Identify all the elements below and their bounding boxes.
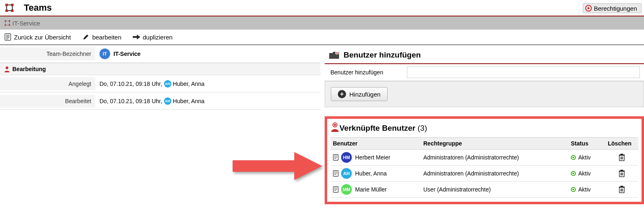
editor-avatar: AH <box>164 97 171 105</box>
plus-icon: + <box>338 90 346 98</box>
user-avatar: MM <box>341 184 352 195</box>
table-row: HMHerbert MeierAdministratoren (Administ… <box>330 150 638 166</box>
right-panel: Benutzer hinzufügen Benutzer hinzufügen … <box>321 45 644 204</box>
linked-users-panel: Verknüpfte Benutzer (3) Benutzer Rechteg… <box>325 116 644 204</box>
add-user-title: Benutzer hinzufügen <box>344 51 421 60</box>
linked-users-table: Benutzer Rechtegruppe Status Löschen HMH… <box>330 137 638 198</box>
trash-icon <box>619 170 625 177</box>
svg-rect-36 <box>619 155 625 155</box>
edited-label: Bearbeitet <box>0 95 95 108</box>
svg-point-9 <box>587 7 589 9</box>
document-icon <box>333 170 339 177</box>
linked-users-count: (3) <box>418 124 427 133</box>
creator-avatar: AH <box>164 80 171 88</box>
team-id-row: Team-Bezeichner IT IT-Service <box>0 45 321 63</box>
user-small-icon <box>4 66 10 72</box>
svg-rect-29 <box>334 156 337 156</box>
list-icon <box>4 33 12 41</box>
editor-name: Huber, Anna <box>173 98 205 104</box>
trash-icon <box>619 154 625 161</box>
edit-section-label: Bearbeitung <box>12 66 46 72</box>
col-group: Rechtegruppe <box>421 138 568 150</box>
svg-rect-46 <box>619 171 625 171</box>
svg-rect-31 <box>334 158 336 159</box>
status-text: Aktiv <box>578 186 591 193</box>
user-avatar: AH <box>341 168 352 179</box>
svg-rect-14 <box>6 21 9 21</box>
svg-rect-17 <box>9 21 9 25</box>
back-button[interactable]: Zurück zur Übersicht <box>4 33 71 41</box>
svg-rect-44 <box>621 173 622 175</box>
svg-rect-35 <box>623 157 623 159</box>
add-user-bar: + Hinzufügen <box>325 81 644 107</box>
svg-point-25 <box>336 52 337 53</box>
status-cell: Aktiv <box>571 154 603 161</box>
svg-rect-37 <box>621 154 623 155</box>
status-dot-icon <box>571 187 576 192</box>
table-row: MMMarie MüllerUser (Administratorrechte)… <box>330 182 638 198</box>
breadcrumb-team: IT-Service <box>12 20 40 27</box>
add-user-section-title: Benutzer hinzufügen <box>325 45 644 64</box>
svg-rect-43 <box>621 173 621 175</box>
user-group: User (Administratorrechte) <box>421 182 568 198</box>
add-user-field-label: Benutzer hinzufügen <box>325 65 407 80</box>
svg-point-23 <box>6 67 8 69</box>
pencil-icon <box>82 33 90 41</box>
user-name[interactable]: Herbert Meier <box>355 154 390 161</box>
creator-name: Huber, Anna <box>173 81 205 87</box>
svg-point-27 <box>334 124 336 126</box>
document-icon <box>333 154 339 161</box>
team-name: IT-Service <box>113 51 141 57</box>
user-group: Administratoren (Administratorrechte) <box>421 150 568 166</box>
svg-rect-50 <box>334 189 337 189</box>
highlight-arrow <box>233 150 323 182</box>
table-row: AHHuber, AnnaAdministratoren (Administra… <box>330 166 638 182</box>
delete-button[interactable] <box>608 170 636 177</box>
page-title: Teams <box>21 2 52 13</box>
permissions-label: Berechtigungen <box>594 5 637 12</box>
duplicate-button[interactable]: duplizieren <box>133 33 173 41</box>
back-label: Zurück zur Übersicht <box>14 34 71 41</box>
svg-rect-30 <box>334 157 337 157</box>
status-text: Aktiv <box>578 154 591 161</box>
svg-rect-56 <box>619 187 625 187</box>
svg-rect-6 <box>6 6 7 10</box>
svg-rect-57 <box>621 186 623 187</box>
linked-users-title: Verknüpfte Benutzer (3) <box>330 121 638 137</box>
target-icon <box>585 5 592 12</box>
svg-rect-55 <box>623 189 623 192</box>
user-name[interactable]: Huber, Anna <box>355 170 387 177</box>
svg-rect-53 <box>621 189 621 192</box>
linked-users-label: Verknüpfte Benutzer <box>339 124 415 133</box>
toolbar: Zurück zur Übersicht bearbeiten duplizie… <box>0 30 644 45</box>
svg-rect-51 <box>334 190 336 191</box>
svg-rect-41 <box>334 174 336 175</box>
permissions-button[interactable]: Berechtigungen <box>583 3 642 13</box>
col-delete: Löschen <box>605 138 638 150</box>
team-id-label: Team-Bezeichner <box>0 47 95 60</box>
svg-rect-54 <box>621 189 622 192</box>
edited-row: Bearbeitet Do, 07.10.21, 09:18 Uhr, AH H… <box>0 92 321 110</box>
status-cell: Aktiv <box>571 186 603 193</box>
status-dot-icon <box>571 155 576 160</box>
col-status: Status <box>568 138 605 150</box>
delete-button[interactable] <box>608 186 636 193</box>
add-user-row: Benutzer hinzufügen <box>325 64 644 81</box>
add-user-input[interactable] <box>407 67 640 78</box>
delete-button[interactable] <box>608 154 636 161</box>
svg-rect-18 <box>5 34 11 40</box>
team-avatar: IT <box>99 48 110 59</box>
svg-rect-19 <box>6 35 9 35</box>
add-user-button[interactable]: + Hinzufügen <box>331 87 388 101</box>
edited-value: Do, 07.10.21, 09:18 Uhr, <box>99 98 162 104</box>
user-name[interactable]: Marie Müller <box>355 186 387 193</box>
duplicate-label: duplizieren <box>143 34 173 41</box>
svg-rect-33 <box>621 157 621 159</box>
edit-button[interactable]: bearbeiten <box>82 33 121 41</box>
user-avatar: HM <box>341 152 352 163</box>
svg-rect-16 <box>5 21 6 25</box>
trash-icon <box>619 186 625 193</box>
svg-rect-49 <box>334 188 337 188</box>
add-user-button-label: Hinzufügen <box>349 91 381 98</box>
folder-user-icon <box>328 50 340 60</box>
